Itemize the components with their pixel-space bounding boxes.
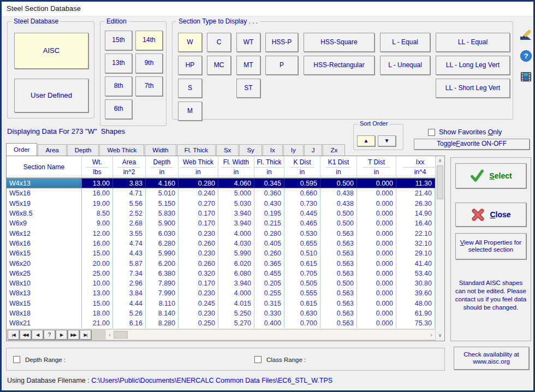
section-type-button-l-equal[interactable]: L - Equal bbox=[380, 33, 430, 52]
section-type-button-mc[interactable]: MC bbox=[207, 56, 231, 75]
table-row-w6x25[interactable]: W6x2525.007.346.3800.3206.0800.4550.7050… bbox=[7, 269, 435, 278]
value-cell: 3.940 bbox=[218, 278, 254, 288]
show-favorites-checkbox[interactable] bbox=[428, 129, 435, 136]
table-row-w5x16[interactable]: W5x1616.004.715.0100.2405.0000.3600.6600… bbox=[7, 188, 435, 198]
action-panel: Select Close View All Properties for sel… bbox=[450, 157, 531, 341]
database-button-user-defined[interactable]: User Defined bbox=[14, 79, 88, 112]
tab-fl-thick[interactable]: Fl. Thick bbox=[177, 144, 216, 156]
select-button-label: Select bbox=[489, 171, 512, 180]
value-cell: 16.00 bbox=[82, 239, 113, 248]
section-type-button-wt[interactable]: WT bbox=[236, 33, 260, 52]
edition-button-13th[interactable]: 13th bbox=[105, 54, 132, 73]
table-row-w5x19[interactable]: W5x1919.005.565.1500.2705.0300.4300.7300… bbox=[7, 199, 435, 209]
select-button[interactable]: Select bbox=[455, 163, 526, 188]
value-cell: 0.000 bbox=[357, 288, 396, 298]
table-row-w6x16[interactable]: W6x1616.004.746.2800.2604.0300.4050.6550… bbox=[7, 239, 435, 248]
vertical-scrollbar[interactable]: ∧ ∨ bbox=[435, 156, 444, 341]
value-cell: 6.200 bbox=[146, 258, 179, 268]
status-prefix: Using Database Filename : bbox=[7, 377, 91, 384]
edit-icon[interactable] bbox=[519, 28, 533, 42]
scroll-right-icon[interactable]: › bbox=[427, 331, 435, 338]
class-range-checkbox[interactable] bbox=[254, 356, 261, 363]
table-row-w8x13[interactable]: W8x1313.003.847.9900.2304.0000.2550.5550… bbox=[7, 288, 435, 298]
section-type-button-ll-equal[interactable]: LL - Equal bbox=[436, 33, 510, 52]
section-type-button-l-unequal[interactable]: L - Unequal bbox=[380, 56, 430, 75]
edition-button-9th[interactable]: 9th bbox=[135, 54, 163, 73]
check-availability-button[interactable]: Check availability at www.aisc.org bbox=[454, 347, 529, 370]
nav-last-button[interactable]: ▶| bbox=[80, 330, 91, 340]
nav-fast-forward-button[interactable]: ▶▶ bbox=[68, 330, 79, 340]
tab-zx[interactable]: Zx bbox=[323, 144, 345, 156]
section-type-button-c[interactable]: C bbox=[207, 33, 231, 52]
nav-next-button[interactable]: ▶ bbox=[56, 330, 67, 340]
help-icon[interactable]: ? bbox=[519, 49, 533, 63]
close-button[interactable]: Close bbox=[455, 203, 526, 227]
value-cell: 4.060 bbox=[218, 179, 254, 188]
table-row-w6x8.5[interactable]: W6x8.58.502.525.8300.1703.9400.1950.4450… bbox=[7, 209, 435, 218]
view-all-properties-button[interactable]: View All Properties for selected section bbox=[455, 233, 526, 259]
tab-width[interactable]: Width bbox=[145, 144, 176, 156]
section-type-button-w[interactable]: W bbox=[178, 33, 202, 52]
tab-depth[interactable]: Depth bbox=[67, 144, 99, 156]
nav-first-button[interactable]: |◀ bbox=[8, 330, 19, 340]
section-type-button-hss-square[interactable]: HSS-Square bbox=[304, 33, 374, 52]
value-cell: 5.030 bbox=[218, 199, 254, 209]
section-type-button-hp[interactable]: HP bbox=[178, 56, 202, 75]
value-cell: 4.74 bbox=[113, 239, 146, 248]
tab-web-thick[interactable]: Web Thick bbox=[99, 144, 144, 156]
value-cell: 4.015 bbox=[218, 299, 254, 308]
section-type-button-m[interactable]: M bbox=[178, 102, 202, 121]
section-type-button-s[interactable]: S bbox=[178, 79, 202, 98]
edition-button-6th[interactable]: 6th bbox=[105, 99, 132, 119]
value-cell: 0.615 bbox=[284, 299, 320, 308]
database-icon[interactable] bbox=[519, 69, 533, 84]
scroll-up-icon[interactable]: ∧ bbox=[436, 156, 444, 165]
database-file-path: C:\Users\Public\Documents\ENERCALC Commo… bbox=[91, 377, 332, 384]
tab-order[interactable]: Order bbox=[6, 143, 37, 156]
table-row-w8x15[interactable]: W8x1515.004.448.1100.2454.0150.3150.6150… bbox=[7, 299, 435, 308]
tab-j[interactable]: J bbox=[304, 144, 323, 156]
value-cell: 18.00 bbox=[82, 308, 113, 318]
section-type-button-p[interactable]: P bbox=[265, 56, 298, 75]
value-cell: 0.405 bbox=[254, 239, 284, 248]
section-type-group-label: Section Type to Display . . . bbox=[176, 17, 260, 25]
nav-locate-button[interactable]: ? bbox=[44, 330, 55, 340]
table-row-w6x20[interactable]: W6x2020.005.876.2000.2606.0200.3650.6150… bbox=[7, 258, 435, 268]
section-type-button-mt[interactable]: MT bbox=[236, 56, 260, 75]
table-footer: |◀◀◀◀?▶▶▶▶| ‹ › bbox=[7, 329, 435, 341]
depth-range-checkbox[interactable] bbox=[13, 356, 20, 363]
tab-iy[interactable]: Iy bbox=[283, 144, 304, 156]
table-row-w8x21[interactable]: W8x2121.006.168.2800.2505.2700.4000.7000… bbox=[7, 318, 435, 328]
horizontal-scrollbar[interactable]: ‹ › bbox=[106, 330, 435, 340]
value-cell: 5.010 bbox=[146, 188, 179, 198]
nav-prev-button[interactable]: ◀ bbox=[32, 330, 43, 340]
table-row-w6x15[interactable]: W6x1515.004.435.9900.2305.9900.2600.5100… bbox=[7, 248, 435, 258]
table-row-w8x10[interactable]: W8x1010.002.967.8900.1703.9400.2050.5050… bbox=[7, 278, 435, 288]
edition-button-7th[interactable]: 7th bbox=[135, 76, 163, 96]
value-cell: 0.215 bbox=[254, 218, 284, 228]
edition-button-14th[interactable]: 14th bbox=[135, 31, 163, 50]
edition-button-15th[interactable]: 15th bbox=[105, 31, 132, 50]
value-cell: 21.40 bbox=[396, 188, 435, 198]
nav-fast-back-button[interactable]: ◀◀ bbox=[20, 330, 31, 340]
scroll-down-icon[interactable]: ∨ bbox=[436, 331, 444, 340]
horizontal-scroll-thumb[interactable] bbox=[114, 331, 128, 338]
section-type-button-st[interactable]: ST bbox=[236, 79, 260, 98]
value-cell: 8.50 bbox=[82, 209, 113, 218]
table-row-w6x9[interactable]: W6x99.002.685.9000.1703.9400.2150.4650.5… bbox=[7, 218, 435, 228]
tab-ix[interactable]: Ix bbox=[263, 144, 283, 156]
edition-button-8th[interactable]: 8th bbox=[105, 76, 132, 96]
database-button-aisc[interactable]: AISC bbox=[14, 33, 88, 69]
section-type-button-hss-p[interactable]: HSS-P bbox=[265, 33, 298, 52]
table-row-w6x12[interactable]: W6x1212.003.556.0300.2304.0000.2800.5300… bbox=[7, 228, 435, 238]
tab-area[interactable]: Area bbox=[38, 144, 66, 156]
table-row-w4x13[interactable]: W4x1313.003.834.1600.2804.0600.3450.5950… bbox=[7, 178, 435, 188]
section-type-button-hss-rectangular[interactable]: HSS-Rectangular bbox=[304, 56, 374, 75]
table-row-w8x18[interactable]: W8x1818.005.268.1400.2305.2500.3300.6300… bbox=[7, 308, 435, 318]
tab-sx[interactable]: Sx bbox=[216, 144, 239, 156]
section-type-button-ll-long-leg-vert[interactable]: LL - Long Leg Vert bbox=[436, 56, 510, 75]
scroll-left-icon[interactable]: ‹ bbox=[106, 331, 114, 338]
tab-sy[interactable]: Sy bbox=[239, 144, 261, 156]
section-type-button-ll-short-leg-vert[interactable]: LL - Short Leg Vert bbox=[436, 79, 510, 98]
vertical-scroll-thumb[interactable] bbox=[437, 165, 443, 199]
